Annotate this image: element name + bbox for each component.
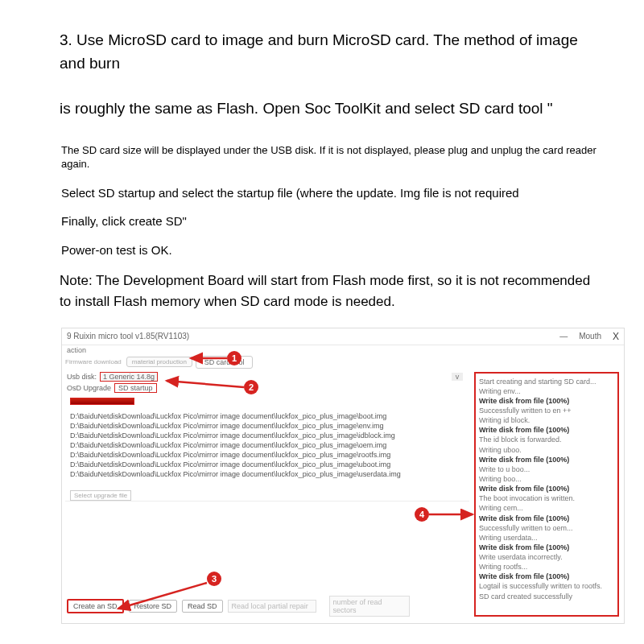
doc-line-1: 3. Use MicroSD card to image and burn Mi… bbox=[60, 29, 599, 75]
log-line: Write userdata incorrectly. bbox=[479, 552, 614, 562]
log-line: Writing env... bbox=[479, 386, 614, 396]
log-line: Writing userdata... bbox=[479, 533, 614, 543]
left-pane: Usb disk: 1 Generic 14.8g v OsD Upgrade … bbox=[62, 369, 469, 621]
log-line: Write disk from file (100%) bbox=[479, 543, 614, 552]
log-line: Write disk from file (100%) bbox=[479, 572, 614, 581]
doc-select-startup: Select SD startup and select the startup… bbox=[61, 184, 599, 202]
log-line: Writing id block. bbox=[479, 415, 614, 425]
minimize-icon[interactable]: — bbox=[559, 332, 568, 341]
doc-sd-hint: The SD card size will be displayed under… bbox=[61, 143, 599, 171]
log-line: The boot invocation is written. bbox=[479, 493, 614, 503]
tab-material-production[interactable]: material production bbox=[126, 357, 192, 367]
read-local-input[interactable]: Read local partial repair bbox=[228, 600, 316, 613]
doc-power: Power-on test is OK. bbox=[61, 242, 599, 259]
log-line: Logtail is successfully written to rootf… bbox=[479, 581, 614, 591]
tab-firmware-label: Firmware download bbox=[65, 358, 122, 365]
usb-disk-value[interactable]: 1 Generic 14.8g bbox=[100, 372, 158, 382]
file-row[interactable]: D:\BaiduNetdiskDownload\Luckfox Pico\mir… bbox=[70, 460, 464, 469]
log-line: Write disk from file (100%) bbox=[479, 425, 614, 435]
log-line: Writing uboo. bbox=[479, 445, 614, 455]
usb-disk-label: Usb disk: bbox=[67, 373, 97, 381]
log-line: Write disk from file (100%) bbox=[479, 514, 614, 523]
log-line: Write disk from file (100%) bbox=[479, 484, 614, 493]
log-line: The id block is forwarded. bbox=[479, 435, 614, 444]
log-line: Start creating and starting SD card... bbox=[479, 377, 614, 386]
log-line: Write disk from file (100%) bbox=[479, 396, 614, 406]
osd-upgrade-label: OsD Upgrade bbox=[67, 384, 111, 392]
usb-dropdown-icon[interactable]: v bbox=[452, 373, 463, 381]
log-line: Writing rootfs... bbox=[479, 562, 614, 572]
log-line: Write disk from file (100%) bbox=[479, 455, 614, 464]
menu-action[interactable]: action bbox=[62, 345, 624, 356]
read-sectors-input[interactable]: number of read sectors bbox=[329, 596, 410, 617]
file-row[interactable]: D:\BaiduNetdiskDownload\Luckfox Pico\mir… bbox=[70, 421, 464, 431]
callout-3: 3 bbox=[207, 572, 221, 586]
file-row[interactable]: D:\BaiduNetdiskDownload\Luckfox Pico\mir… bbox=[70, 469, 464, 479]
red-highlight-bar bbox=[70, 398, 134, 405]
file-row[interactable]: D:\BaiduNetdiskDownload\Luckfox Pico\mir… bbox=[70, 411, 464, 421]
file-row[interactable]: D:\BaiduNetdiskDownload\Luckfox Pico\mir… bbox=[70, 431, 464, 440]
log-panel: Start creating and starting SD card...Wr… bbox=[474, 372, 619, 617]
sd-startup-value[interactable]: SD startup bbox=[114, 383, 157, 393]
tab-sd-card-tool[interactable]: SD card tool bbox=[196, 356, 254, 369]
log-line: Successfully written to en ++ bbox=[479, 406, 614, 415]
restore-sd-button[interactable]: Restore SD bbox=[129, 600, 178, 613]
log-line: Writing cem... bbox=[479, 503, 614, 513]
doc-note: Note: The Development Board will start f… bbox=[60, 270, 599, 313]
file-row[interactable]: D:\BaiduNetdiskDownload\Luckfox Pico\mir… bbox=[70, 450, 464, 460]
callout-2: 2 bbox=[244, 380, 258, 394]
titlebar: 9 Ruixin micro tool v1.85(RV1103) — Mout… bbox=[62, 328, 624, 345]
callout-4: 4 bbox=[415, 507, 429, 522]
file-list: D:\BaiduNetdiskDownload\Luckfox Pico\mir… bbox=[65, 408, 469, 484]
log-line: Successfully written to oem... bbox=[479, 523, 614, 533]
log-line: SD card created successfully bbox=[479, 592, 614, 601]
callout-1: 1 bbox=[227, 351, 242, 365]
log-line: Writing boo... bbox=[479, 474, 614, 484]
mouth-label[interactable]: Mouth bbox=[579, 332, 601, 341]
read-sd-button[interactable]: Read SD bbox=[182, 600, 223, 613]
select-upgrade-file[interactable]: Select upgrade file bbox=[70, 490, 131, 501]
window-title: 9 Ruixin micro tool v1.85(RV1103) bbox=[67, 332, 189, 341]
create-sd-button[interactable]: Create an SD bbox=[67, 599, 124, 613]
button-row: Create an SD Restore SD Read SD Read loc… bbox=[67, 596, 410, 617]
doc-line-2: is roughly the same as Flash. Open Soc T… bbox=[60, 97, 599, 121]
file-row[interactable]: D:\BaiduNetdiskDownload\Luckfox Pico\mir… bbox=[70, 440, 464, 450]
tab-bar: Firmware download material production SD… bbox=[62, 356, 624, 369]
close-icon[interactable]: X bbox=[613, 331, 619, 342]
log-line: Write to u boo... bbox=[479, 464, 614, 474]
app-window: 9 Ruixin micro tool v1.85(RV1103) — Mout… bbox=[61, 328, 625, 624]
doc-finally: Finally, click create SD" bbox=[61, 213, 599, 230]
